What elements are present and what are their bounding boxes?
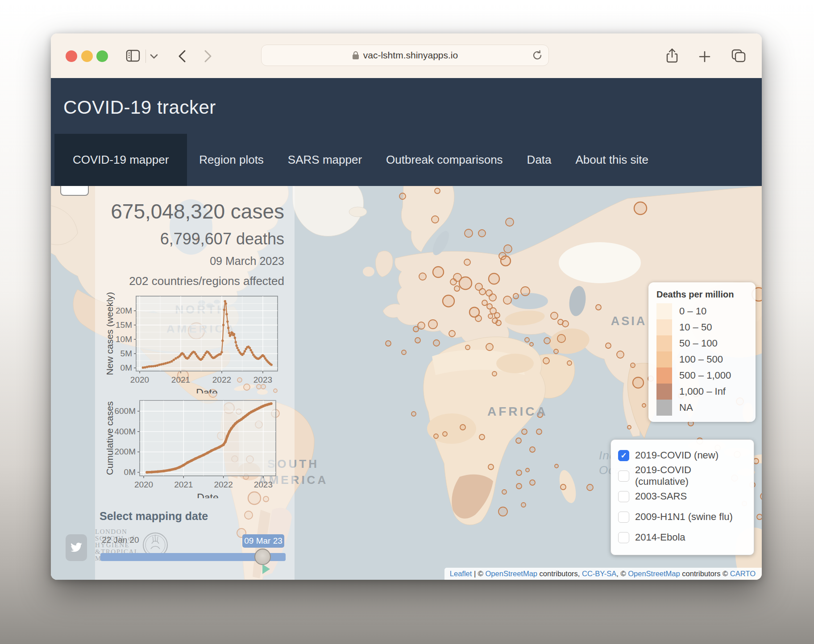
case-bubble[interactable] [411,412,416,416]
twitter-share-button[interactable] [66,534,87,561]
case-bubble[interactable] [454,286,460,291]
case-bubble[interactable] [488,314,493,318]
case-bubble[interactable] [433,267,444,277]
layer-option-2003-sars[interactable]: 2003-SARS [618,486,747,507]
case-bubble[interactable] [413,326,419,332]
case-bubble[interactable] [587,484,593,491]
case-bubble[interactable] [475,315,482,322]
case-bubble[interactable] [464,259,470,265]
case-bubble[interactable] [506,218,514,226]
case-bubble[interactable] [503,296,511,304]
new-tab-icon[interactable] [699,51,710,64]
case-bubble[interactable] [530,343,533,346]
tab-overview-icon[interactable] [731,49,746,65]
case-bubble[interactable] [434,434,438,438]
attribution-link[interactable]: Leaflet [450,570,472,578]
case-bubble[interactable] [486,343,493,351]
case-bubble[interactable] [525,338,529,342]
case-bubble[interactable] [460,425,465,430]
case-bubble[interactable] [554,349,558,354]
case-bubble[interactable] [530,480,535,485]
case-bubble[interactable] [494,313,500,318]
case-bubble[interactable] [386,341,391,346]
back-button[interactable] [177,50,187,65]
case-bubble[interactable] [530,447,535,452]
leaflet-map[interactable]: NORTH AMERICA SOUTH AMERICA AFRICA ASIA … [51,186,762,580]
layer-option-2019-covid-new-[interactable]: ✓2019-COVID (new) [618,445,747,466]
case-bubble[interactable] [516,438,521,443]
case-bubble[interactable] [498,507,507,516]
case-bubble[interactable] [504,245,512,253]
case-bubble[interactable] [521,503,526,507]
case-bubble[interactable] [443,432,447,436]
case-bubble[interactable] [562,321,569,327]
case-bubble[interactable] [757,514,762,520]
case-bubble[interactable] [465,229,473,237]
attribution-link[interactable]: CARTO [730,570,756,578]
tab-outbreak-comparisons[interactable]: Outbreak comparisons [374,134,515,186]
zoom-window-button[interactable] [96,50,108,62]
case-bubble[interactable] [544,338,550,344]
slider-play-button[interactable] [262,564,270,574]
case-bubble[interactable] [419,273,426,280]
case-bubble[interactable] [489,294,496,301]
case-bubble[interactable] [479,434,485,440]
attribution-link[interactable]: OpenStreetMap [486,570,537,578]
case-bubble[interactable] [634,202,647,215]
chevron-down-icon[interactable] [150,53,158,61]
case-bubble[interactable] [399,193,406,199]
case-bubble[interactable] [606,343,611,348]
checkbox-unchecked[interactable] [618,471,629,482]
case-bubble[interactable] [489,273,499,284]
date-slider-handle[interactable] [254,549,271,565]
case-bubble[interactable] [465,345,470,350]
case-bubble[interactable] [567,361,572,365]
map-zoom-control[interactable] [60,186,89,196]
case-bubble[interactable] [501,256,511,266]
case-bubble[interactable] [488,464,494,470]
case-bubble[interactable] [555,464,558,468]
case-bubble[interactable] [516,483,522,489]
case-bubble[interactable] [551,312,558,319]
attribution-link[interactable]: OpenStreetMap [628,570,680,578]
case-bubble[interactable] [642,404,646,407]
case-bubble[interactable] [459,277,472,289]
attribution-link[interactable]: CC-BY-SA [582,570,616,578]
case-bubble[interactable] [415,338,420,343]
checkbox-checked[interactable]: ✓ [618,450,629,461]
case-bubble[interactable] [516,470,522,475]
case-bubble[interactable] [561,484,566,490]
case-bubble[interactable] [450,279,457,285]
case-bubble[interactable] [496,320,501,326]
case-bubble[interactable] [402,350,406,355]
checkbox-unchecked[interactable] [618,512,629,523]
case-bubble[interactable] [432,216,439,223]
case-bubble[interactable] [543,358,549,364]
case-bubble[interactable] [449,330,455,337]
tab-about-this-site[interactable]: About this site [564,134,660,186]
checkbox-unchecked[interactable] [618,532,629,543]
tab-covid-19-mapper[interactable]: COVID-19 mapper [54,134,187,186]
layer-option-2019-covid-cumulative-[interactable]: 2019-COVID (cumulative) [618,466,747,486]
case-bubble[interactable] [482,300,487,305]
case-bubble[interactable] [478,230,486,237]
case-bubble[interactable] [513,293,519,299]
case-bubble[interactable] [631,363,635,367]
share-icon[interactable] [666,48,678,65]
checkbox-unchecked[interactable] [618,491,629,502]
layer-option-2009-h1n1-swine-flu-[interactable]: 2009-H1N1 (swine flu) [618,507,747,527]
close-window-button[interactable] [66,50,77,62]
layer-option-2014-ebola[interactable]: 2014-Ebola [618,527,747,548]
case-bubble[interactable] [526,468,529,472]
sidebar-icon[interactable] [126,50,140,64]
case-bubble[interactable] [617,351,624,358]
address-bar[interactable]: vac-lshtm.shinyapps.io [261,45,549,66]
tab-data[interactable]: Data [515,134,564,186]
tab-sars-mapper[interactable]: SARS mapper [276,134,374,186]
case-bubble[interactable] [492,372,497,376]
case-bubble[interactable] [443,295,454,307]
case-bubble[interactable] [479,289,486,295]
tab-region-plots[interactable]: Region plots [187,134,276,186]
case-bubble[interactable] [627,425,631,429]
case-bubble[interactable] [536,429,542,434]
